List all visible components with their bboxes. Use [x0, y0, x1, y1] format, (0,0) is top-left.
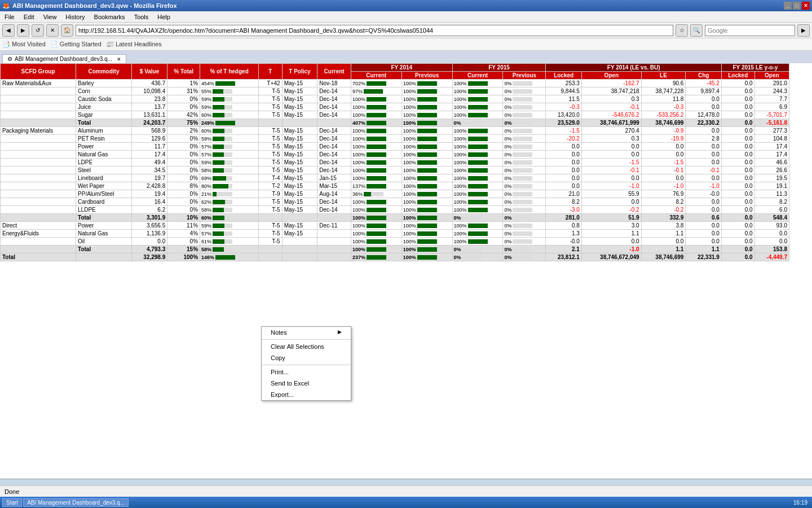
bookmark-getting-started[interactable]: 📄 Getting Started — [50, 41, 102, 48]
cell-fy14-le: -0.3 — [641, 103, 686, 111]
maximize-btn[interactable]: □ — [793, 2, 801, 10]
cell-fy14-chg: 22,331.9 — [686, 253, 721, 261]
cell-pct-t-hedged: 454% — [200, 80, 259, 87]
cell-fy15-current: 100% — [452, 87, 503, 95]
cell-fy15-open: 277.3 — [754, 127, 789, 135]
context-export[interactable]: Export... — [262, 389, 351, 400]
address-input[interactable] — [76, 25, 673, 36]
cell-scfd-group — [1, 174, 76, 182]
cell-scfd-group: Energy&Fluids — [1, 230, 76, 238]
cell-value: 23.8 — [131, 95, 167, 103]
cell-pct-total: 0% — [167, 151, 200, 159]
stop-button[interactable]: ✕ — [46, 24, 59, 37]
cell-pct-t-hedged: 57% — [200, 151, 259, 159]
cell-fy15-previous: 0% — [503, 238, 546, 246]
cell-fy14-chg: 22,330.2 — [686, 119, 721, 127]
menu-bookmarks[interactable]: Bookmarks — [92, 12, 127, 21]
cell-pct-t-hedged: 58% — [200, 246, 259, 253]
cell-fy14-chg: 0.0 — [686, 143, 721, 151]
cell-scfd-group — [1, 238, 76, 246]
cell-scfd-group — [1, 182, 76, 190]
back-button[interactable]: ◀ — [2, 24, 15, 37]
cell-commodity: Total — [76, 214, 132, 222]
active-tab[interactable]: ⚙ ABI Management Dashboard_dev3.q... ✕ — [2, 54, 126, 63]
cell-t-policy — [282, 246, 317, 253]
cell-fy15-locked: 0.0 — [721, 214, 754, 222]
tab-close[interactable]: ✕ — [117, 56, 121, 62]
cell-commodity: Power — [76, 143, 132, 151]
col-t: T — [259, 64, 283, 80]
bookmark-latest-headlines[interactable]: 📰 Latest Headlines — [106, 41, 162, 48]
cell-value: 19.4 — [131, 190, 167, 198]
cell-fy14-previous: 100% — [401, 127, 452, 135]
search-input[interactable] — [705, 25, 795, 36]
cell-fy14-chg: 0.0 — [686, 206, 721, 214]
cell-pct-t-hedged: 62% — [200, 198, 259, 206]
tab-icon: ⚙ — [7, 56, 12, 62]
context-send-excel[interactable]: Send to Excel — [262, 378, 351, 389]
cell-current: Dec-14 — [317, 143, 351, 151]
cell-fy15-locked: 0.0 — [721, 206, 754, 214]
cell-t: T-5 — [259, 238, 283, 246]
cell-current: Dec-14 — [317, 167, 351, 174]
data-table: SCFD Group Commodity $ Value % Total % o… — [0, 63, 789, 261]
context-print[interactable]: Print... — [262, 366, 351, 378]
forward-button[interactable]: ▶ — [17, 24, 29, 37]
cell-fy15-previous: 0% — [503, 111, 546, 119]
cell-pct-total: 10% — [167, 214, 200, 222]
menu-help[interactable]: Help — [155, 12, 173, 21]
home-button[interactable]: 🏠 — [61, 24, 73, 37]
cell-fy14-le: 1.1 — [641, 246, 686, 253]
reload-button[interactable]: ↺ — [32, 24, 44, 37]
search-go-button[interactable]: ▶ — [797, 24, 810, 37]
context-clear-all[interactable]: Clear All Selections — [262, 341, 351, 352]
cell-t-policy — [282, 214, 317, 222]
cell-fy15-open: 46.6 — [754, 159, 789, 167]
cell-fy14-open: 0.0 — [581, 198, 641, 206]
cell-value: 24,203.7 — [131, 119, 167, 127]
search-engine-button[interactable]: 🔍 — [690, 24, 703, 37]
cell-fy14-locked: 0.0 — [546, 159, 581, 167]
cell-commodity: Cardboard — [76, 198, 132, 206]
cell-fy15-current: 100% — [452, 151, 503, 159]
cell-fy14-previous: 100% — [401, 103, 452, 111]
cell-fy14-le: 332.9 — [641, 214, 686, 222]
cell-fy14-open: 38,746,672,049 — [581, 253, 641, 261]
cell-t: T-5 — [259, 151, 283, 159]
menu-history[interactable]: History — [63, 12, 87, 21]
cell-t-policy — [282, 238, 317, 246]
cell-fy14-current: 100% — [351, 167, 401, 174]
cell-scfd-group: Total — [1, 253, 76, 261]
cell-pct-total: 0% — [167, 167, 200, 174]
menu-edit[interactable]: Edit — [21, 12, 37, 21]
context-copy[interactable]: Copy — [262, 352, 351, 364]
cell-fy15-current: 100% — [452, 143, 503, 151]
cell-value: 13,631.1 — [131, 111, 167, 119]
cell-fy15-previous: 0% — [503, 253, 546, 261]
context-notes[interactable]: Notes — [262, 327, 351, 338]
star-button[interactable]: ☆ — [676, 24, 688, 37]
cell-fy14-open: -0.2 — [581, 206, 641, 214]
minimize-btn[interactable]: _ — [784, 2, 792, 10]
cell-t-policy: May-15 — [282, 111, 317, 119]
close-btn[interactable]: ✕ — [802, 2, 810, 10]
cell-pct-total: 42% — [167, 111, 200, 119]
col-fy15-open: Open — [754, 72, 789, 80]
cell-commodity: LLDPE — [76, 206, 132, 214]
cell-fy14-current: 100% — [351, 214, 401, 222]
menu-file[interactable]: File — [2, 12, 17, 21]
bookmark-most-visited[interactable]: 📑 Most Visited — [2, 41, 46, 48]
cell-fy14-le: 0.0 — [641, 174, 686, 182]
cell-fy14-current: 100% — [351, 198, 401, 206]
cell-fy14-current: 100% — [351, 95, 401, 103]
cell-t-policy: May-15 — [282, 159, 317, 167]
horizontal-scrollbar[interactable] — [0, 479, 812, 485]
menu-tools[interactable]: Tools — [132, 12, 151, 21]
nav-bar: ◀ ▶ ↺ ✕ 🏠 ☆ 🔍 ▶ — [0, 23, 812, 38]
cell-fy15-previous: 0% — [503, 230, 546, 238]
cell-fy14-le: -19.9 — [641, 135, 686, 143]
cell-commodity: Barley — [76, 80, 132, 87]
cell-current — [317, 238, 351, 246]
cell-fy14-open: 3.0 — [581, 222, 641, 230]
menu-view[interactable]: View — [41, 12, 59, 21]
